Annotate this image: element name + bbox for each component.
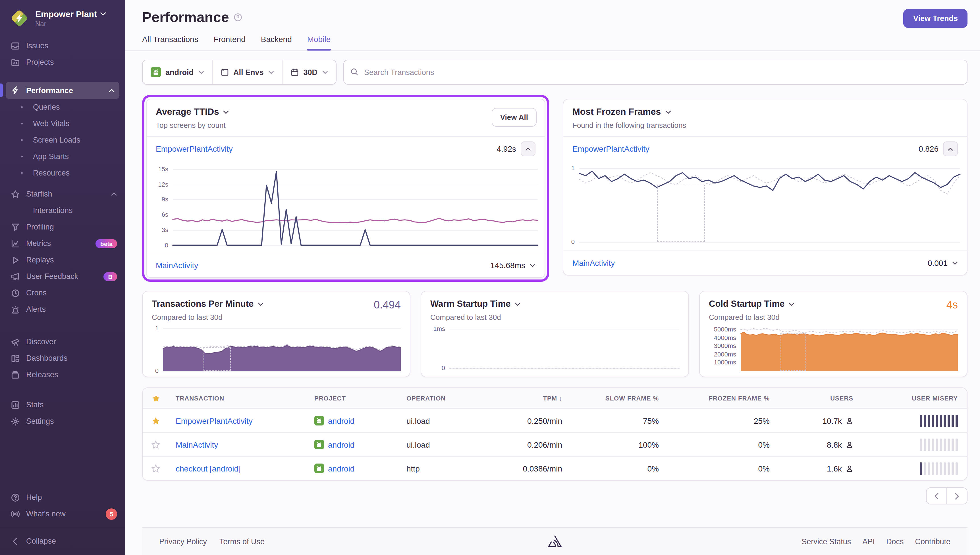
sentry-logo-icon[interactable] [548,534,562,548]
footer: Privacy Policy Terms of Use Service Stat… [142,527,967,555]
sidebar-item-whats-new[interactable]: What's new 5 [0,505,125,522]
sidebar-item-dashboards[interactable]: Dashboards [0,350,125,366]
user-icon [846,441,853,449]
sidebar-item-screen-loads[interactable]: Screen Loads [0,132,125,148]
expand-toggle-button[interactable] [530,263,535,267]
column-header-transaction[interactable]: TRANSACTION [169,395,307,402]
org-subtitle: Nar [35,19,107,27]
dashboard-grid-icon [10,353,20,363]
tpm-cell: 0.206/min [492,440,569,449]
transaction-link[interactable]: EmpowerPlantActivity [176,416,253,425]
user-misery-bars [860,414,967,427]
sidebar-item-metrics[interactable]: Metrics beta [0,235,125,252]
star-toggle[interactable] [143,464,169,473]
page-header: Performance View Trends [125,0,980,26]
tab-all-transactions[interactable]: All Transactions [142,35,198,50]
sidebar-item-queries[interactable]: Queries [0,99,125,115]
warm-startup-title-dropdown[interactable]: Warm Startup Time [430,299,679,309]
sidebar-item-app-starts[interactable]: App Starts [0,148,125,165]
column-header-operation[interactable]: OPERATION [400,395,492,402]
sidebar-item-starfish[interactable]: Starfish [0,186,125,202]
sidebar-item-web-vitals[interactable]: Web Vitals [0,115,125,132]
transaction-link[interactable]: EmpowerPlantActivity [156,144,233,153]
help-circle-icon[interactable] [234,13,242,22]
card-title-label: Transactions Per Minute [152,299,254,309]
whats-new-count-badge: 5 [106,508,117,520]
project-link[interactable]: android [328,416,354,425]
sidebar-item-label: Collapse [26,537,56,545]
star-column-header[interactable] [143,394,169,403]
column-header-slow-frame[interactable]: SLOW FRAME % [569,395,666,402]
cold-startup-title-dropdown[interactable]: Cold Startup Time [709,299,958,309]
column-header-tpm[interactable]: TPM↓ [492,395,569,402]
privacy-policy-link[interactable]: Privacy Policy [159,537,207,545]
sidebar-item-label: What's new [26,510,66,518]
search-input[interactable] [343,59,967,85]
date-range-filter[interactable]: 30D [282,60,336,84]
sidebar-item-performance[interactable]: Performance [6,82,119,99]
transaction-accordion-row: MainActivity 0.001 [563,250,967,275]
view-trends-button[interactable]: View Trends [903,9,967,28]
previous-page-button[interactable] [926,488,947,504]
transaction-link[interactable]: MainActivity [572,258,615,268]
collapse-toggle-button[interactable] [943,141,958,156]
sidebar-item-settings[interactable]: Settings [0,413,125,430]
lightning-icon [10,85,20,95]
sidebar-item-interactions[interactable]: Interactions [0,202,125,219]
average-ttids-title-dropdown[interactable]: Average TTIDs [156,107,535,117]
users-cell: 1.6k [776,464,860,473]
tab-mobile[interactable]: Mobile [307,35,331,50]
transaction-link[interactable]: MainActivity [176,440,218,449]
star-toggle[interactable] [143,440,169,449]
terms-of-use-link[interactable]: Terms of Use [219,537,265,545]
tab-backend[interactable]: Backend [261,35,292,50]
org-switcher[interactable]: Empower Plant Nar [0,0,125,37]
sidebar-item-alerts[interactable]: Alerts [0,301,125,318]
sidebar-collapse-button[interactable]: Collapse [0,533,125,549]
sidebar-item-issues[interactable]: Issues [0,37,125,54]
service-status-link[interactable]: Service Status [802,537,851,545]
user-icon [846,464,853,472]
column-header-project[interactable]: PROJECT [307,395,400,402]
expand-toggle-button[interactable] [952,261,958,265]
tpm-title-dropdown[interactable]: Transactions Per Minute [152,299,401,309]
transaction-link[interactable]: checkout [android] [176,464,241,473]
sidebar-item-profiling[interactable]: Profiling [0,219,125,235]
view-all-button[interactable]: View All [492,108,537,127]
sidebar-item-label: Resources [33,169,70,177]
sidebar-item-releases[interactable]: Releases [0,366,125,383]
most-frozen-frames-card: Most Frozen Frames Found in the followin… [563,99,967,276]
sidebar-item-resources[interactable]: Resources [0,165,125,181]
sidebar-item-stats[interactable]: Stats [0,396,125,413]
sidebar-item-discover[interactable]: Discover [0,334,125,350]
project-filter[interactable]: android [143,60,212,84]
docs-link[interactable]: Docs [886,537,904,545]
column-header-frozen-frame[interactable]: FROZEN FRAME % [666,395,776,402]
column-header-user-misery[interactable]: USER MISERY [860,395,967,402]
next-page-button[interactable] [946,488,967,504]
project-link[interactable]: android [328,440,354,449]
tpm-value: 0.494 [374,299,401,311]
chevron-up-icon [948,147,953,151]
contribute-link[interactable]: Contribute [915,537,950,545]
operation-cell: ui.load [400,416,492,425]
transaction-link[interactable]: MainActivity [156,261,198,270]
column-header-users[interactable]: USERS [776,395,860,402]
sidebar-item-replays[interactable]: Replays [0,252,125,268]
sidebar-item-projects[interactable]: Projects [0,54,125,71]
card-subtitle: Found in the following transactions [572,121,958,130]
api-link[interactable]: API [862,537,875,545]
most-frozen-frames-title-dropdown[interactable]: Most Frozen Frames [572,107,958,117]
sidebar-item-crons[interactable]: Crons [0,285,125,301]
star-toggle[interactable] [143,416,169,425]
collapse-toggle-button[interactable] [521,141,535,156]
org-logo-icon [9,8,30,29]
transaction-link[interactable]: EmpowerPlantActivity [572,144,649,153]
tab-frontend[interactable]: Frontend [214,35,246,50]
beta-badge: beta [96,239,117,248]
project-link[interactable]: android [328,464,354,473]
card-title-label: Most Frozen Frames [572,107,661,117]
environment-filter[interactable]: All Envs [212,60,282,84]
sidebar-item-user-feedback[interactable]: User Feedback B [0,268,125,285]
sidebar-item-help[interactable]: Help [0,489,125,505]
